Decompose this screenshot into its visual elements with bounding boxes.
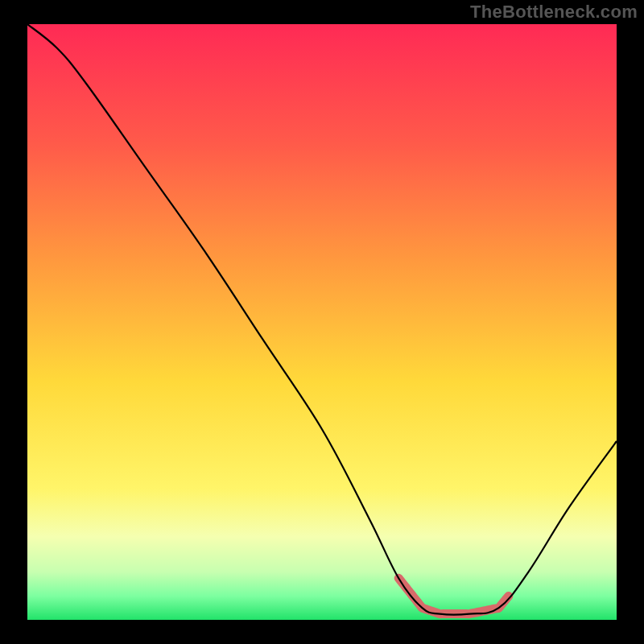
chart-container: TheBottleneck.com (0, 0, 644, 644)
watermark-label: TheBottleneck.com (470, 2, 638, 23)
plot-area (27, 24, 617, 620)
gradient-background (27, 24, 617, 620)
bottleneck-chart (27, 24, 617, 620)
